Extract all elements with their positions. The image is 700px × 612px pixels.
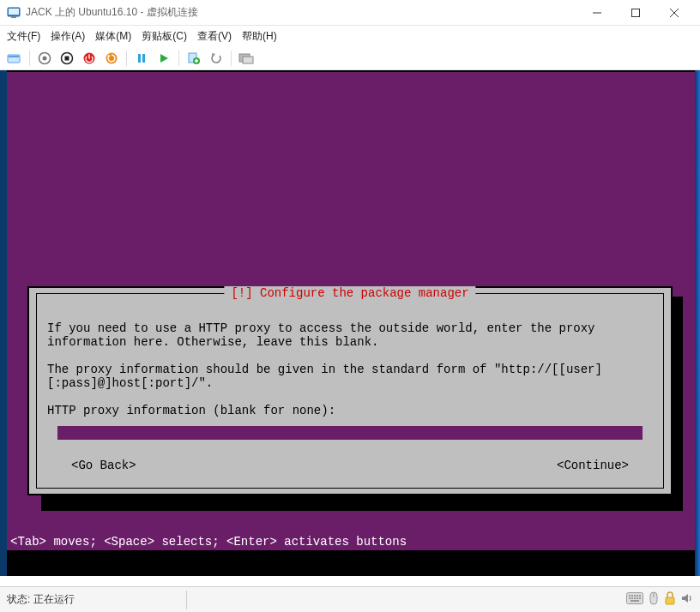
- host-desktop-edge-left: [0, 70, 7, 576]
- svg-rect-17: [138, 54, 141, 63]
- toolbar-separator: [231, 51, 232, 66]
- reset-button[interactable]: [102, 49, 121, 68]
- checkpoint-button[interactable]: [184, 49, 203, 68]
- enhanced-session-button[interactable]: [237, 49, 256, 68]
- go-back-button[interactable]: <Go Back>: [71, 459, 136, 472]
- svg-marker-40: [682, 594, 688, 603]
- dialog-nav: <Go Back> <Continue>: [71, 459, 629, 472]
- toolbar-separator: [178, 51, 179, 66]
- svg-rect-4: [631, 9, 639, 16]
- svg-rect-14: [88, 54, 89, 58]
- toolbar-separator: [126, 51, 127, 66]
- http-proxy-input[interactable]: [57, 426, 643, 440]
- lock-icon: [664, 591, 676, 608]
- toolbar: [0, 46, 700, 70]
- statusbar: 状态: 正在运行: [0, 586, 700, 612]
- dialog-text-1: If you need to use a HTTP proxy to acces…: [47, 321, 602, 349]
- window-controls: [577, 0, 693, 25]
- stop-button[interactable]: [57, 49, 76, 68]
- svg-rect-2: [11, 16, 16, 18]
- svg-rect-25: [243, 57, 253, 63]
- guest-display[interactable]: [!] Configure the package manager If you…: [0, 70, 700, 576]
- svg-rect-37: [631, 600, 639, 602]
- installer-dialog: [!] Configure the package manager If you…: [27, 286, 673, 495]
- status-icons: [626, 591, 693, 608]
- hint-text: <Tab> moves; <Space> selects; <Enter> ac…: [10, 535, 407, 549]
- speaker-icon: [681, 592, 693, 607]
- close-button[interactable]: [655, 0, 693, 25]
- menubar: 文件(F) 操作(A) 媒体(M) 剪贴板(C) 查看(V) 帮助(H): [0, 26, 700, 46]
- svg-point-10: [43, 56, 47, 60]
- revert-button[interactable]: [207, 49, 226, 68]
- ctrl-alt-del-button[interactable]: [5, 49, 24, 68]
- pause-button[interactable]: [132, 49, 151, 68]
- menu-media[interactable]: 媒体(M): [95, 29, 131, 44]
- svg-rect-36: [639, 597, 641, 599]
- start-button[interactable]: [35, 49, 54, 68]
- dialog-body: If you need to use a HTTP proxy to acces…: [47, 308, 653, 479]
- installer-hint: <Tab> moves; <Space> selects; <Enter> ac…: [7, 535, 695, 550]
- svg-rect-39: [666, 597, 674, 604]
- svg-rect-35: [637, 597, 638, 599]
- svg-rect-34: [634, 597, 636, 599]
- svg-rect-12: [65, 56, 69, 60]
- minimize-button[interactable]: [577, 0, 616, 25]
- toolbar-separator: [29, 51, 30, 66]
- mouse-icon: [649, 591, 659, 608]
- svg-rect-28: [631, 595, 633, 597]
- play-button[interactable]: [154, 49, 173, 68]
- titlebar: JACK 上的 Ubuntu16.10 - 虚拟机连接: [0, 0, 700, 26]
- svg-rect-29: [634, 595, 636, 597]
- status-separator: [186, 591, 187, 609]
- dialog-prompt: HTTP proxy information (blank for none):: [47, 404, 335, 417]
- svg-rect-27: [629, 595, 631, 597]
- app-icon: [7, 6, 21, 20]
- svg-rect-31: [639, 595, 641, 597]
- host-desktop-edge-right: [695, 70, 700, 576]
- svg-marker-19: [160, 54, 168, 63]
- window-title: JACK 上的 Ubuntu16.10 - 虚拟机连接: [26, 5, 577, 20]
- menu-clipboard[interactable]: 剪贴板(C): [142, 29, 187, 44]
- dialog-text-2: The proxy information should be given in…: [47, 363, 602, 390]
- maximize-button[interactable]: [616, 0, 655, 25]
- status-text: 状态: 正在运行: [7, 592, 75, 607]
- guest-desktop: [!] Configure the package manager If you…: [7, 72, 695, 550]
- svg-rect-18: [142, 54, 145, 63]
- keyboard-icon: [626, 592, 643, 607]
- svg-rect-30: [637, 595, 638, 597]
- svg-rect-8: [9, 56, 19, 57]
- menu-view[interactable]: 查看(V): [197, 29, 232, 44]
- menu-help[interactable]: 帮助(H): [242, 29, 277, 44]
- svg-rect-33: [631, 597, 633, 599]
- svg-rect-1: [9, 9, 19, 15]
- svg-rect-32: [629, 597, 631, 599]
- dialog-title: [!] Configure the package manager: [224, 286, 475, 300]
- continue-button[interactable]: <Continue>: [557, 459, 629, 472]
- dialog-frame: [!] Configure the package manager If you…: [36, 293, 664, 489]
- menu-action[interactable]: 操作(A): [51, 29, 85, 44]
- menu-file[interactable]: 文件(F): [7, 29, 40, 44]
- shutdown-button[interactable]: [80, 49, 99, 68]
